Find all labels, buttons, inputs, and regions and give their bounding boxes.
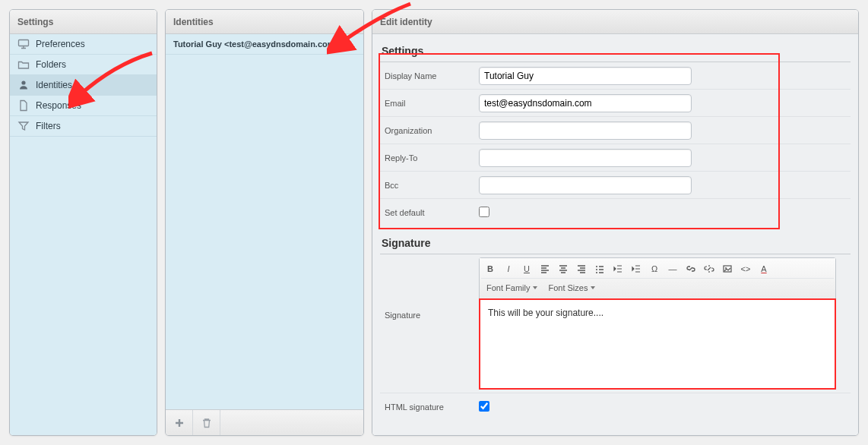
bcc-label: Bcc — [380, 181, 479, 190]
sidebar-item-label: Filters — [36, 121, 61, 131]
display-name-label: Display Name — [380, 71, 479, 80]
sidebar-item-responses[interactable]: Responses — [10, 96, 157, 116]
identity-item-label: Tutorial Guy <test@easydnsdomain.com> — [173, 39, 340, 49]
identities-title: Identities — [166, 10, 363, 34]
settings-sidebar: Settings Preferences Folders Identities — [9, 9, 157, 436]
display-name-input[interactable] — [479, 67, 692, 85]
edit-identity-body: Settings Display Name Email Organization — [372, 34, 858, 435]
omega-button[interactable]: Ω — [645, 260, 664, 278]
delete-identity-button[interactable] — [193, 410, 220, 435]
link-button[interactable] — [682, 260, 700, 278]
settings-sidebar-title: Settings — [10, 10, 157, 34]
filter-icon — [17, 120, 30, 132]
hr-button[interactable]: — — [664, 260, 682, 278]
settings-fieldset: Settings Display Name Email Organization — [380, 42, 851, 226]
bcc-input[interactable] — [479, 176, 692, 194]
replyto-label: Reply-To — [380, 153, 479, 163]
edit-identity-title: Edit identity — [372, 10, 858, 34]
indent-button[interactable] — [627, 260, 645, 278]
identities-toolbar — [166, 409, 363, 435]
email-input[interactable] — [479, 94, 692, 112]
monitor-icon — [17, 38, 30, 50]
identities-panel: Identities Tutorial Guy <test@easydnsdom… — [165, 9, 364, 436]
italic-button[interactable]: I — [499, 260, 518, 278]
align-center-button[interactable] — [554, 260, 572, 278]
signature-fieldset: Signature Signature B I U — [380, 234, 851, 421]
svg-point-4 — [596, 272, 597, 273]
svg-point-3 — [596, 269, 597, 270]
settings-sidebar-list: Preferences Folders Identities Responses — [10, 34, 157, 435]
edit-identity-panel: Edit identity Settings Display Name Emai… — [372, 9, 859, 436]
font-family-select[interactable]: Font Family — [481, 279, 543, 297]
outdent-button[interactable] — [609, 260, 627, 278]
identities-list: Tutorial Guy <test@easydnsdomain.com> — [166, 34, 363, 409]
html-signature-label: HTML signature — [380, 402, 479, 412]
plus-icon — [173, 417, 185, 429]
email-label: Email — [380, 99, 479, 108]
font-sizes-label: Font Sizes — [548, 283, 588, 292]
more-button[interactable] — [773, 260, 791, 278]
signature-legend: Signature — [380, 234, 851, 254]
svg-rect-0 — [19, 40, 29, 46]
code-button[interactable]: <> — [737, 260, 755, 278]
font-family-label: Font Family — [486, 283, 530, 292]
font-sizes-select[interactable]: Font Sizes — [543, 279, 600, 297]
add-identity-button[interactable] — [166, 410, 193, 435]
svg-point-1 — [21, 80, 25, 84]
trash-icon — [201, 417, 213, 429]
sidebar-item-preferences[interactable]: Preferences — [10, 34, 157, 55]
align-left-button[interactable] — [536, 260, 554, 278]
html-signature-checkbox[interactable] — [479, 401, 489, 412]
signature-label: Signature — [380, 257, 479, 320]
sidebar-item-identities[interactable]: Identities — [10, 75, 157, 96]
editor-toolbar: B I U Ω — — [480, 258, 835, 299]
signature-textarea[interactable]: This will be your signature.... — [479, 298, 836, 390]
svg-point-2 — [596, 266, 597, 267]
bullet-list-button[interactable] — [591, 260, 609, 278]
sidebar-item-label: Folders — [36, 59, 66, 70]
sidebar-item-folders[interactable]: Folders — [10, 55, 157, 75]
text-color-button[interactable]: A — [755, 260, 773, 278]
setdefault-label: Set default — [380, 208, 479, 217]
align-right-button[interactable] — [572, 260, 591, 278]
person-icon — [17, 79, 30, 91]
document-icon — [17, 99, 30, 112]
sidebar-item-label: Identities — [36, 80, 72, 90]
underline-button[interactable]: U — [518, 260, 536, 278]
identity-item[interactable]: Tutorial Guy <test@easydnsdomain.com> — [166, 34, 363, 55]
signature-editor: B I U Ω — — [479, 257, 836, 390]
replyto-input[interactable] — [479, 149, 692, 167]
sidebar-item-label: Preferences — [36, 39, 85, 49]
bold-button[interactable]: B — [481, 260, 499, 278]
sidebar-item-filters[interactable]: Filters — [10, 116, 157, 137]
unlink-button[interactable] — [700, 260, 718, 278]
organization-label: Organization — [380, 126, 479, 135]
sidebar-item-label: Responses — [36, 100, 81, 111]
organization-input[interactable] — [479, 122, 692, 140]
setdefault-checkbox[interactable] — [479, 207, 489, 217]
image-button[interactable] — [718, 260, 737, 278]
settings-legend: Settings — [380, 42, 851, 62]
folder-icon — [17, 58, 30, 71]
